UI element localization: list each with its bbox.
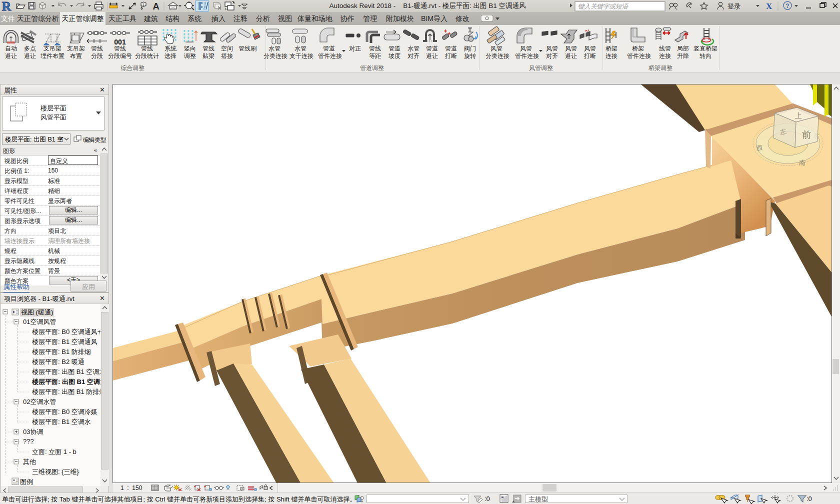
svg-text:登录: 登录 — [728, 2, 740, 10]
svg-text:键入关键字或短语: 键入关键字或短语 — [578, 3, 629, 10]
svg-text:1: 1 — [142, 2, 145, 7]
svg-text:001: 001 — [114, 38, 126, 46]
svg-text:A: A — [152, 1, 160, 12]
svg-text:?: ? — [786, 2, 789, 10]
svg-text:西: 西 — [756, 144, 763, 152]
svg-text:R: R — [2, 0, 12, 12]
svg-text:南: 南 — [798, 158, 806, 167]
svg-text:前: 前 — [802, 130, 812, 140]
svg-text:X: X — [766, 2, 772, 11]
svg-text:上: 上 — [795, 112, 802, 120]
